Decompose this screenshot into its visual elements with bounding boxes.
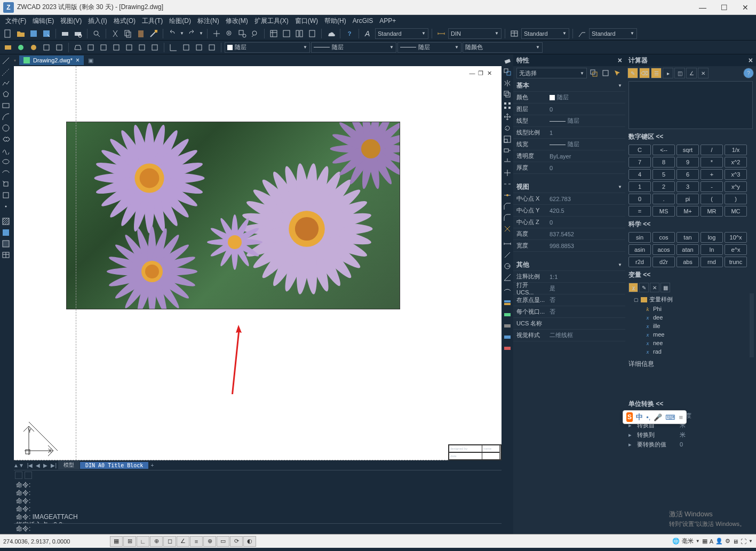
unit-row[interactable]: ▸要转换的值0	[627, 440, 754, 449]
properties-close-icon[interactable]: ×	[618, 56, 622, 65]
osnap-button[interactable]: ◻	[163, 536, 176, 547]
var-folder[interactable]: ▢ 变量样例	[628, 294, 746, 305]
menu-express[interactable]: 扩展工具(X)	[251, 15, 292, 27]
text-style-combo[interactable]: Standard▼	[375, 28, 428, 39]
calc-key-10^x[interactable]: 10^x	[725, 232, 747, 243]
status-expand-icon[interactable]: ⛶	[741, 538, 746, 545]
property-value[interactable]: 二维线框	[545, 331, 625, 339]
menu-dim[interactable]: 标注(N)	[194, 15, 222, 27]
drawing-viewport[interactable]: — ❐ ✕	[14, 66, 502, 460]
vp-minimize-icon[interactable]: —	[468, 69, 476, 77]
linetype-combo[interactable]: 随层▼	[311, 42, 396, 53]
props-basic-header[interactable]: 基本▼	[513, 80, 625, 92]
calc-tb-1[interactable]: ✎	[627, 68, 638, 78]
calc-key-asin[interactable]: asin	[628, 244, 651, 255]
selection-combo[interactable]: 无选择▼	[516, 68, 587, 78]
calc-key-4[interactable]: 4	[628, 169, 651, 180]
menu-app[interactable]: APP+	[376, 16, 399, 26]
menu-tools[interactable]: 工具(T)	[139, 15, 166, 27]
layer-state-3[interactable]	[28, 42, 39, 53]
menu-file[interactable]: 文件(F)	[2, 15, 29, 27]
unit-row[interactable]: ▸转换到米	[627, 430, 754, 440]
property-row[interactable]: 打开 UCS...是	[513, 283, 625, 294]
calc-key-*[interactable]: *	[701, 157, 723, 167]
ime-mode[interactable]: 中	[636, 412, 643, 422]
undo-dropdown[interactable]: ▼	[179, 28, 185, 39]
layer-state-1[interactable]	[2, 42, 14, 53]
status-unit-label[interactable]: 毫米	[682, 537, 694, 545]
cmd-btn-1[interactable]	[15, 472, 22, 479]
tab-handle[interactable]: ▾	[14, 58, 18, 63]
cloud-button[interactable]	[325, 28, 337, 39]
calc-key-1/x[interactable]: 1/x	[725, 145, 747, 155]
print-preview-button[interactable]	[72, 28, 84, 39]
calc-key-([interactable]: (	[701, 194, 723, 204]
calc-key-MR[interactable]: MR	[701, 206, 723, 217]
pan-button[interactable]	[211, 28, 222, 39]
layer-8[interactable]	[98, 42, 109, 53]
calc-key-2[interactable]: 2	[652, 181, 675, 192]
calc-key-sin[interactable]: sin	[628, 232, 651, 243]
calc-key-e^x[interactable]: e^x	[725, 244, 747, 255]
arc-tool[interactable]	[1, 111, 11, 122]
table-tool[interactable]	[1, 250, 11, 260]
cut-button[interactable]	[109, 28, 121, 39]
layer-state-2[interactable]	[15, 42, 27, 53]
layout-prev[interactable]: ◀	[34, 462, 42, 468]
polygon-tool[interactable]	[1, 89, 11, 100]
erase-tool[interactable]	[502, 55, 513, 66]
cmd-btn-2[interactable]	[25, 472, 32, 479]
var-new-icon[interactable]: 𝛘	[628, 283, 638, 292]
chamfer-tool[interactable]	[502, 201, 513, 212]
table-style-combo[interactable]: Standard▼	[521, 28, 569, 39]
ime-menu-icon[interactable]: ≡	[679, 413, 683, 421]
calc-button[interactable]	[306, 28, 318, 39]
layout-last[interactable]: ▶|	[49, 462, 58, 468]
menu-format[interactable]: 格式(O)	[110, 15, 139, 27]
var-item[interactable]: xmee	[628, 330, 746, 339]
ime-bar[interactable]: S 中 •, 🎤 ⌨ ≡	[623, 410, 687, 424]
var-item[interactable]: xdee	[628, 313, 746, 322]
property-row[interactable]: 在原点显...否	[513, 294, 625, 306]
status-scale-icon[interactable]: 👤	[715, 538, 723, 545]
fillet-tool[interactable]	[502, 212, 513, 223]
lwt-button[interactable]: ≡	[190, 536, 203, 547]
document-tab-active[interactable]: Drawing2.dwg* ×	[19, 55, 84, 65]
close-tab-icon[interactable]: ×	[76, 57, 79, 64]
property-row[interactable]: 视觉样式二维线框	[513, 330, 625, 341]
close-window-button[interactable]: ✕	[735, 0, 756, 15]
property-row[interactable]: 中心点 Y420.5	[513, 205, 625, 217]
layout-add[interactable]: +	[149, 462, 155, 468]
offset-tool[interactable]	[502, 89, 513, 100]
vp-restore-icon[interactable]: ❐	[477, 69, 484, 77]
calc-unit-header[interactable]: 单位转换 <<	[625, 397, 756, 411]
ellipsearc-tool[interactable]	[1, 167, 11, 178]
trim-tool[interactable]	[502, 156, 513, 167]
property-value[interactable]: 1	[545, 130, 625, 136]
property-row[interactable]: 中心点 Z0	[513, 217, 625, 228]
calc-variables-header[interactable]: 变量 <<	[625, 268, 756, 282]
status-layer-icon[interactable]: ▦	[702, 538, 707, 545]
save-button[interactable]	[28, 28, 39, 39]
calc-numeric-header[interactable]: 数字键区 <<	[625, 130, 756, 143]
dim-linear[interactable]	[502, 238, 513, 249]
revcloud-tool[interactable]	[1, 134, 11, 145]
hatch-tool[interactable]	[1, 216, 11, 227]
layer-combo[interactable]: 随层▼	[225, 42, 310, 53]
region-tool[interactable]	[1, 238, 11, 249]
circle-tool[interactable]	[1, 123, 11, 133]
calc-key-atan[interactable]: atan	[677, 244, 699, 255]
undo-button[interactable]	[166, 28, 178, 39]
property-value[interactable]: 随层	[545, 117, 625, 125]
var-item[interactable]: xrad	[628, 347, 746, 356]
dim-radius[interactable]	[502, 261, 513, 271]
property-row[interactable]: 颜色随层	[513, 92, 625, 103]
calc-key-x^2[interactable]: x^2	[725, 157, 747, 167]
property-row[interactable]: 透明度ByLayer	[513, 150, 625, 162]
dim-arc[interactable]	[502, 283, 513, 294]
property-value[interactable]: 0	[545, 165, 625, 171]
grid-button[interactable]: ⊞	[123, 536, 136, 547]
calc-key-=[interactable]: =	[628, 206, 651, 217]
calc-key-C[interactable]: C	[628, 145, 651, 155]
property-value[interactable]: 622.783	[545, 196, 625, 202]
